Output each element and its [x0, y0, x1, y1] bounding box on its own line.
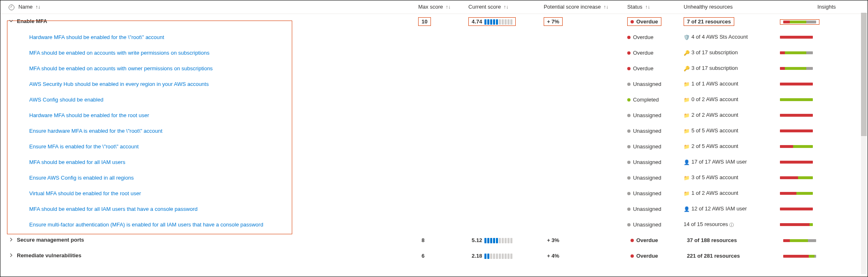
recommendation-link[interactable]: Virtual MFA should be enabled for the ro…: [29, 190, 141, 196]
tick: [502, 254, 504, 259]
recommendation-link[interactable]: AWS Security Hub should be enabled in ev…: [29, 81, 209, 87]
status-dot-icon: [627, 192, 631, 195]
recommendation-row[interactable]: AWS Config should be enabledCompleted0 o…: [0, 92, 868, 107]
recommendation-link[interactable]: Hardware MFA should be enabled for the r…: [29, 112, 149, 118]
recommendation-row[interactable]: MFA should be enabled on accounts with o…: [0, 60, 868, 76]
recommendation-link[interactable]: MFA should be enabled on accounts with o…: [29, 65, 213, 72]
bar-green: [793, 145, 813, 148]
group-row[interactable]: Enable MFA104.74+ 7%Overdue7 of 21 resou…: [0, 14, 868, 29]
tick: [496, 19, 498, 25]
bar-green: [790, 21, 806, 23]
unhealthy-text: 3 of 5 AWS account: [684, 174, 738, 180]
col-header-unhealthy[interactable]: Unhealthy resources: [680, 0, 776, 14]
select-all-toggle[interactable]: [9, 5, 14, 10]
recommendation-link[interactable]: Ensure AWS Config is enabled in all regi…: [29, 175, 134, 181]
recommendation-link[interactable]: MFA should be enabled for all IAM users …: [29, 206, 198, 212]
scrollbar[interactable]: [861, 13, 867, 274]
sort-icon[interactable]: ↑↓: [645, 4, 650, 10]
col-header-pot[interactable]: Potential score increase ↑↓: [540, 0, 623, 14]
health-bar: [780, 51, 813, 54]
col-header-cur[interactable]: Current score ↑↓: [464, 0, 540, 14]
recommendation-row[interactable]: MFA should be enabled on accounts with w…: [0, 45, 868, 60]
unhealthy-text: 2 of 5 AWS account: [684, 143, 738, 149]
bar-green: [785, 51, 806, 54]
col-header-max[interactable]: Max score ↑↓: [414, 0, 464, 14]
folder-icon: [684, 81, 689, 87]
status-dot-icon: [627, 51, 631, 55]
status-dot-icon: [627, 98, 631, 102]
recommendation-row[interactable]: Ensure hardware MFA is enabled for the \…: [0, 123, 868, 138]
health-bar: [780, 114, 813, 117]
tick: [493, 254, 495, 259]
tick: [487, 238, 489, 243]
recommendation-row[interactable]: AWS Security Hub should be enabled in ev…: [0, 76, 868, 92]
tick: [499, 254, 501, 259]
recommendation-row[interactable]: Ensure AWS Config is enabled in all regi…: [0, 170, 868, 185]
score-ticks: [484, 19, 512, 25]
health-bar: [783, 239, 816, 242]
recommendation-link[interactable]: Ensure multi-factor authentication (MFA)…: [29, 222, 263, 228]
chevron-down-icon[interactable]: [9, 18, 14, 25]
recommendation-row[interactable]: Hardware MFA should be enabled for the \…: [0, 29, 868, 45]
recommendation-link[interactable]: Ensure hardware MFA is enabled for the \…: [29, 128, 163, 134]
recommendation-row[interactable]: Virtual MFA should be enabled for the ro…: [0, 185, 868, 201]
recommendation-link[interactable]: MFA should be enabled on accounts with w…: [29, 50, 209, 56]
bar-gray: [806, 67, 813, 70]
sort-icon[interactable]: ↑↓: [35, 4, 40, 10]
unhealthy-text: 2 of 2 AWS account: [684, 112, 738, 118]
folder-icon: [684, 113, 689, 118]
recommendation-link[interactable]: MFA should be enabled for all IAM users: [29, 159, 125, 165]
bar-red: [783, 255, 809, 258]
sort-icon[interactable]: ↑↓: [503, 4, 508, 10]
recommendation-row[interactable]: Ensure multi-factor authentication (MFA)…: [0, 217, 868, 232]
tick: [487, 19, 489, 25]
chevron-right-icon[interactable]: [9, 253, 14, 259]
col-header-status[interactable]: Status ↑↓: [623, 0, 680, 14]
tick: [505, 19, 507, 25]
folder-icon: [684, 175, 689, 181]
chevron-right-icon[interactable]: [9, 237, 14, 243]
health-bar: [780, 208, 813, 210]
sort-icon[interactable]: ↑↓: [603, 4, 608, 10]
status-cell: Unassigned: [627, 112, 661, 118]
status-dot-icon: [627, 114, 631, 117]
tick: [493, 238, 495, 243]
status-dot-icon: [627, 83, 631, 86]
health-bar: [780, 129, 813, 132]
key-icon: [684, 50, 689, 56]
info-icon[interactable]: [729, 222, 735, 228]
cur-score: 2.18: [468, 252, 516, 260]
tick: [490, 19, 492, 25]
status-dot-icon: [627, 145, 631, 148]
col-header-name[interactable]: Name ↑↓: [0, 0, 414, 14]
bar-gray: [806, 21, 816, 23]
health-bar: [780, 36, 813, 39]
score-ticks: [484, 238, 512, 243]
scrollbar-thumb[interactable]: [861, 13, 867, 136]
bar-red: [780, 176, 798, 179]
tick: [484, 19, 486, 25]
recommendation-link[interactable]: AWS Config should be enabled: [29, 97, 103, 103]
health-bar: [780, 223, 813, 226]
tick: [507, 19, 510, 25]
sort-icon[interactable]: ↑↓: [446, 4, 451, 10]
col-header-insights[interactable]: Insights: [813, 0, 868, 14]
recommendation-row[interactable]: MFA should be enabled for all IAM usersU…: [0, 154, 868, 170]
health-bar: [780, 192, 813, 195]
cur-score: 5.12: [468, 236, 516, 245]
group-row[interactable]: Secure management ports85.12+ 3%Overdue3…: [0, 232, 868, 248]
unhealthy-text: 3 of 17 subscription: [684, 49, 738, 55]
health-bar: [780, 98, 813, 101]
recommendation-link[interactable]: Hardware MFA should be enabled for the \…: [29, 34, 164, 40]
recommendation-link[interactable]: Ensure MFA is enabled for the \"root\" a…: [29, 143, 139, 150]
recommendation-row[interactable]: Hardware MFA should be enabled for the r…: [0, 107, 868, 123]
header-label: Insights: [817, 4, 836, 10]
group-row[interactable]: Remediate vulnerabilities62.18+ 4%Overdu…: [0, 248, 868, 263]
tick: [505, 238, 507, 243]
recommendation-row[interactable]: MFA should be enabled for all IAM users …: [0, 201, 868, 217]
tick: [502, 238, 504, 243]
recommendation-row[interactable]: Ensure MFA is enabled for the \"root\" a…: [0, 138, 868, 154]
status-cell: Overdue: [627, 236, 661, 245]
bar-green: [790, 239, 808, 242]
unhealthy-text: 14 of 15 resources: [684, 221, 737, 227]
